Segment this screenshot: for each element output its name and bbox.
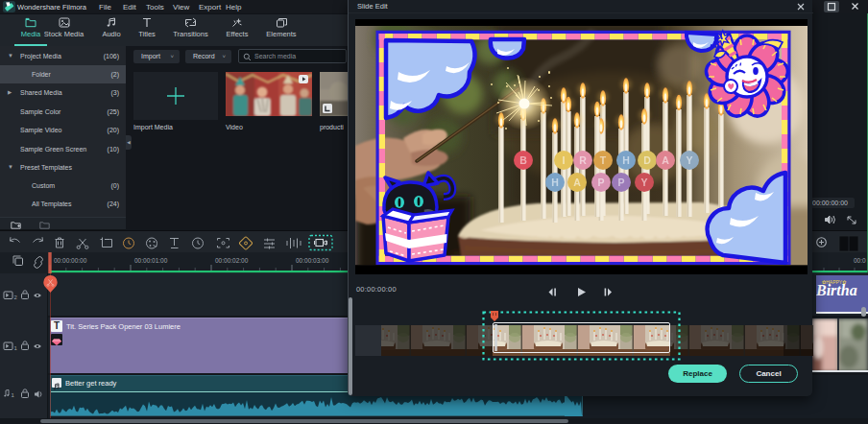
svg-text:R: R	[579, 154, 587, 166]
svg-text:P: P	[597, 177, 604, 188]
svg-text:P: P	[617, 177, 624, 188]
svg-text:00:00:02:00: 00:00:02:00	[215, 257, 249, 264]
svg-text:H: H	[622, 154, 630, 166]
svg-text:A: A	[573, 177, 581, 188]
svg-text:B: B	[519, 154, 527, 166]
svg-text:D: D	[643, 154, 651, 166]
svg-text:H: H	[551, 177, 559, 188]
svg-text:I: I	[563, 154, 566, 166]
svg-text:00:00:00:00: 00:00:00:00	[54, 257, 87, 264]
svg-text:T: T	[600, 154, 607, 166]
svg-text:Y: Y	[686, 154, 692, 166]
svg-text:2: 2	[14, 294, 18, 300]
svg-text:Y: Y	[640, 177, 647, 188]
svg-text:1: 1	[12, 392, 15, 398]
svg-text:1: 1	[14, 345, 18, 351]
svg-text:00:00:01:00: 00:00:01:00	[134, 257, 168, 264]
svg-text:00:0: 00:0	[854, 257, 866, 264]
svg-text:00:00:03:00: 00:00:03:00	[296, 257, 329, 264]
svg-text:A: A	[662, 154, 669, 166]
